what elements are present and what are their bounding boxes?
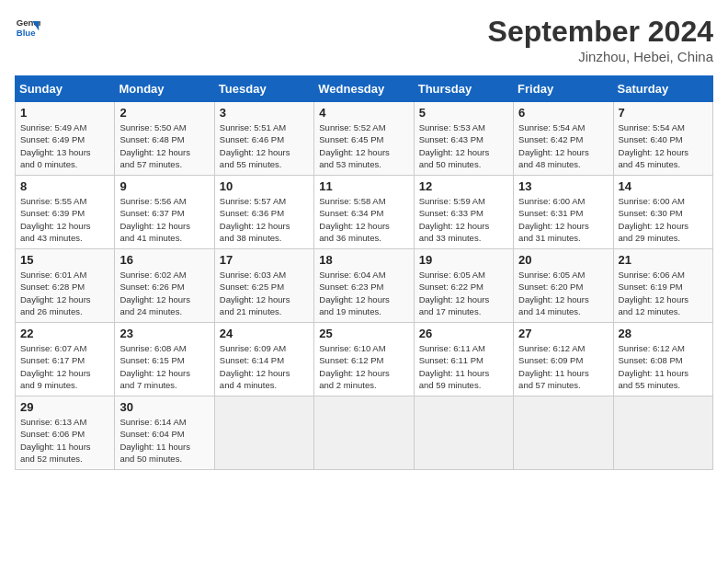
calendar-cell: 14Sunrise: 6:00 AM Sunset: 6:30 PM Dayli… [613,176,712,249]
day-info: Sunrise: 5:54 AM Sunset: 6:40 PM Dayligh… [619,121,708,170]
day-number: 6 [518,106,608,120]
day-number: 13 [518,179,608,193]
day-info: Sunrise: 6:06 AM Sunset: 6:19 PM Dayligh… [619,269,708,317]
calendar-cell: 3Sunrise: 5:51 AM Sunset: 6:46 PM Daylig… [214,102,313,176]
day-number: 1 [20,106,109,120]
day-number: 26 [419,327,508,340]
day-info: Sunrise: 6:01 AM Sunset: 6:28 PM Dayligh… [20,269,109,317]
day-info: Sunrise: 6:03 AM Sunset: 6:25 PM Dayligh… [220,269,309,317]
day-number: 3 [220,106,309,120]
day-number: 24 [220,327,309,340]
calendar-table: SundayMondayTuesdayWednesdayThursdayFrid… [15,75,713,470]
day-info: Sunrise: 5:51 AM Sunset: 6:46 PM Dayligh… [220,121,309,170]
day-number: 27 [518,327,608,340]
calendar-cell: 10Sunrise: 5:57 AM Sunset: 6:36 PM Dayli… [214,176,313,249]
day-info: Sunrise: 6:14 AM Sunset: 6:04 PM Dayligh… [119,416,209,465]
day-info: Sunrise: 6:00 AM Sunset: 6:30 PM Dayligh… [619,195,708,244]
calendar-body: 1Sunrise: 5:49 AM Sunset: 6:49 PM Daylig… [16,102,713,470]
day-info: Sunrise: 6:04 AM Sunset: 6:23 PM Dayligh… [319,269,408,317]
day-number: 15 [20,253,109,267]
week-row-2: 8Sunrise: 5:55 AM Sunset: 6:39 PM Daylig… [16,176,713,249]
calendar-cell: 2Sunrise: 5:50 AM Sunset: 6:48 PM Daylig… [115,102,214,176]
calendar-cell: 21Sunrise: 6:06 AM Sunset: 6:19 PM Dayli… [613,249,712,323]
day-info: Sunrise: 5:54 AM Sunset: 6:42 PM Dayligh… [518,121,608,170]
location-title: Jinzhou, Hebei, China [488,49,713,64]
calendar-cell: 20Sunrise: 6:05 AM Sunset: 6:20 PM Dayli… [514,249,613,323]
calendar-cell: 25Sunrise: 6:10 AM Sunset: 6:12 PM Dayli… [314,323,414,396]
day-info: Sunrise: 6:00 AM Sunset: 6:31 PM Dayligh… [518,195,608,244]
day-number: 16 [119,253,209,267]
day-number: 5 [419,106,508,120]
calendar-cell: 19Sunrise: 6:05 AM Sunset: 6:22 PM Dayli… [414,249,513,323]
day-info: Sunrise: 6:07 AM Sunset: 6:17 PM Dayligh… [20,342,109,391]
logo: General Blue [15,15,40,40]
day-info: Sunrise: 6:13 AM Sunset: 6:06 PM Dayligh… [20,416,109,465]
day-info: Sunrise: 5:52 AM Sunset: 6:45 PM Dayligh… [319,121,408,170]
day-number: 20 [518,253,608,267]
day-number: 12 [419,179,508,193]
day-info: Sunrise: 5:58 AM Sunset: 6:34 PM Dayligh… [319,195,408,244]
calendar-cell: 7Sunrise: 5:54 AM Sunset: 6:40 PM Daylig… [613,102,712,176]
day-number: 25 [319,327,408,340]
svg-text:Blue: Blue [17,28,36,38]
day-info: Sunrise: 5:55 AM Sunset: 6:39 PM Dayligh… [20,195,109,244]
calendar-cell [613,396,712,470]
weekday-header-sunday: Sunday [16,76,115,102]
day-info: Sunrise: 6:12 AM Sunset: 6:08 PM Dayligh… [619,342,708,391]
day-info: Sunrise: 6:05 AM Sunset: 6:22 PM Dayligh… [419,269,508,317]
calendar-cell: 11Sunrise: 5:58 AM Sunset: 6:34 PM Dayli… [314,176,414,249]
calendar-cell: 8Sunrise: 5:55 AM Sunset: 6:39 PM Daylig… [16,176,115,249]
week-row-1: 1Sunrise: 5:49 AM Sunset: 6:49 PM Daylig… [16,102,713,176]
calendar-cell: 28Sunrise: 6:12 AM Sunset: 6:08 PM Dayli… [613,323,712,396]
week-row-4: 22Sunrise: 6:07 AM Sunset: 6:17 PM Dayli… [16,323,713,396]
calendar-cell: 1Sunrise: 5:49 AM Sunset: 6:49 PM Daylig… [16,102,115,176]
day-number: 17 [220,253,309,267]
calendar-cell [214,396,313,470]
calendar-cell: 18Sunrise: 6:04 AM Sunset: 6:23 PM Dayli… [314,249,414,323]
day-number: 22 [20,327,109,340]
weekday-header-friday: Friday [514,76,613,102]
calendar-cell: 27Sunrise: 6:12 AM Sunset: 6:09 PM Dayli… [514,323,613,396]
day-info: Sunrise: 5:53 AM Sunset: 6:43 PM Dayligh… [419,121,508,170]
calendar-cell: 30Sunrise: 6:14 AM Sunset: 6:04 PM Dayli… [115,396,214,470]
month-title: September 2024 [488,15,713,49]
day-info: Sunrise: 6:05 AM Sunset: 6:20 PM Dayligh… [518,269,608,317]
week-row-5: 29Sunrise: 6:13 AM Sunset: 6:06 PM Dayli… [16,396,713,470]
weekday-header-monday: Monday [115,76,214,102]
day-number: 11 [319,179,408,193]
week-row-3: 15Sunrise: 6:01 AM Sunset: 6:28 PM Dayli… [16,249,713,323]
day-number: 10 [220,179,309,193]
day-number: 2 [119,106,209,120]
page-header: General Blue September 2024 Jinzhou, Heb… [15,15,713,64]
day-number: 19 [419,253,508,267]
weekday-header-saturday: Saturday [613,76,712,102]
day-number: 14 [619,179,708,193]
day-info: Sunrise: 6:02 AM Sunset: 6:26 PM Dayligh… [119,269,209,317]
day-number: 23 [119,327,209,340]
calendar-cell: 5Sunrise: 5:53 AM Sunset: 6:43 PM Daylig… [414,102,513,176]
calendar-cell: 22Sunrise: 6:07 AM Sunset: 6:17 PM Dayli… [16,323,115,396]
weekday-header-row: SundayMondayTuesdayWednesdayThursdayFrid… [16,76,713,102]
day-info: Sunrise: 6:08 AM Sunset: 6:15 PM Dayligh… [119,342,209,391]
day-number: 21 [619,253,708,267]
title-area: September 2024 Jinzhou, Hebei, China [488,15,713,64]
day-info: Sunrise: 5:59 AM Sunset: 6:33 PM Dayligh… [419,195,508,244]
calendar-cell [414,396,513,470]
weekday-header-tuesday: Tuesday [214,76,313,102]
calendar-cell [514,396,613,470]
calendar-cell: 23Sunrise: 6:08 AM Sunset: 6:15 PM Dayli… [115,323,214,396]
calendar-cell: 16Sunrise: 6:02 AM Sunset: 6:26 PM Dayli… [115,249,214,323]
day-info: Sunrise: 6:09 AM Sunset: 6:14 PM Dayligh… [220,342,309,391]
calendar-cell: 12Sunrise: 5:59 AM Sunset: 6:33 PM Dayli… [414,176,513,249]
day-info: Sunrise: 6:10 AM Sunset: 6:12 PM Dayligh… [319,342,408,391]
calendar-cell: 29Sunrise: 6:13 AM Sunset: 6:06 PM Dayli… [16,396,115,470]
day-info: Sunrise: 6:11 AM Sunset: 6:11 PM Dayligh… [419,342,508,391]
day-number: 29 [20,400,109,414]
day-number: 8 [20,179,109,193]
day-info: Sunrise: 6:12 AM Sunset: 6:09 PM Dayligh… [518,342,608,391]
day-info: Sunrise: 5:50 AM Sunset: 6:48 PM Dayligh… [119,121,209,170]
day-info: Sunrise: 5:56 AM Sunset: 6:37 PM Dayligh… [119,195,209,244]
logo-icon: General Blue [15,15,40,40]
day-number: 9 [119,179,209,193]
calendar-cell: 9Sunrise: 5:56 AM Sunset: 6:37 PM Daylig… [115,176,214,249]
